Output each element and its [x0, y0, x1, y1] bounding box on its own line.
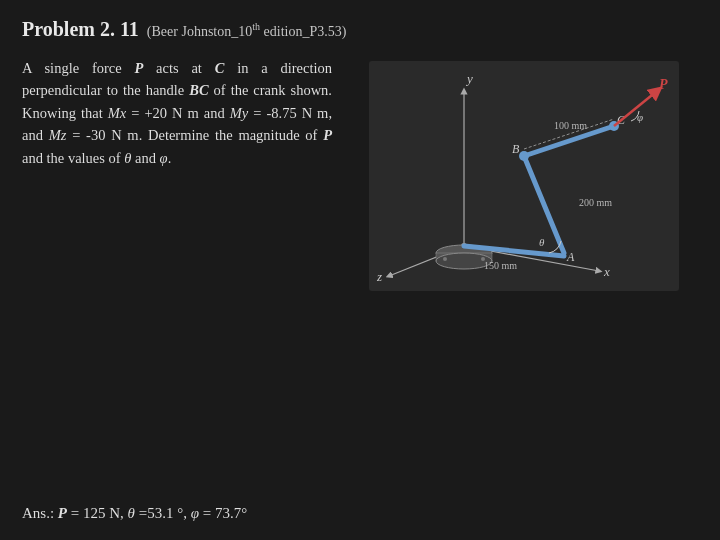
- answer-text: Ans.: P = 125 N, θ =53.1 °, φ = 73.7°: [22, 505, 247, 522]
- main-page: Problem 2. 11 (Beer Johnston_10th editio…: [0, 0, 720, 540]
- svg-text:θ: θ: [539, 236, 545, 248]
- problem-source: (Beer Johnston_10th edition_P3.53): [147, 21, 347, 40]
- svg-point-15: [443, 257, 447, 261]
- svg-text:x: x: [603, 264, 610, 279]
- svg-text:A: A: [566, 250, 575, 264]
- svg-text:100 mm: 100 mm: [554, 120, 587, 131]
- crank-diagram: y x z: [369, 61, 679, 291]
- diagram-area: y x z: [350, 57, 698, 489]
- answer-section: Ans.: P = 125 N, θ =53.1 °, φ = 73.7°: [22, 489, 698, 522]
- header: Problem 2. 11 (Beer Johnston_10th editio…: [22, 18, 698, 41]
- svg-text:200 mm: 200 mm: [579, 197, 612, 208]
- svg-text:z: z: [376, 269, 382, 284]
- svg-text:P: P: [659, 77, 668, 92]
- problem-description: A single force P acts at C in a directio…: [22, 57, 332, 169]
- svg-rect-0: [369, 61, 679, 291]
- svg-text:φ: φ: [637, 111, 643, 123]
- svg-text:y: y: [465, 71, 473, 86]
- problem-title: Problem 2. 11: [22, 18, 139, 41]
- svg-text:B: B: [512, 142, 520, 156]
- svg-text:150 mm: 150 mm: [484, 260, 517, 271]
- problem-text: A single force P acts at C in a directio…: [22, 57, 332, 489]
- content-area: A single force P acts at C in a directio…: [22, 57, 698, 489]
